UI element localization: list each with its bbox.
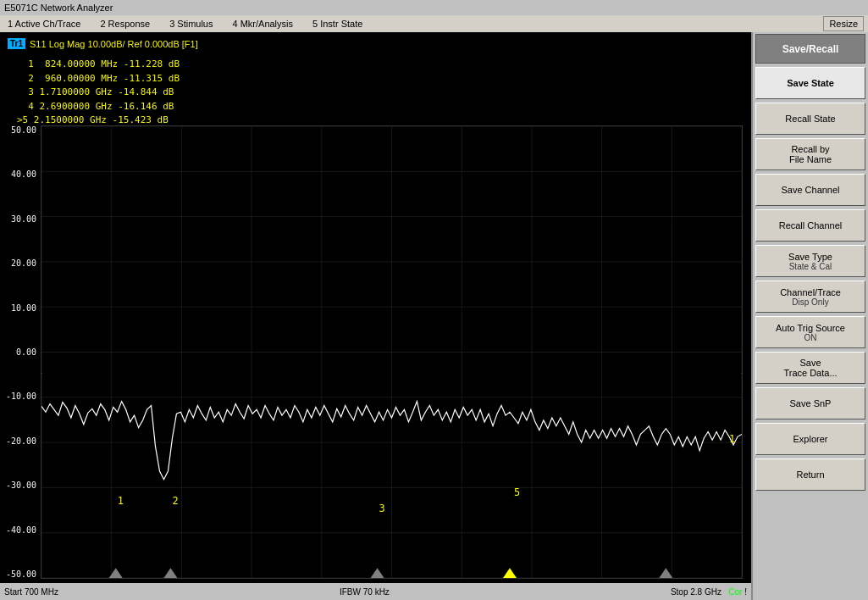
y-label-n10: -10.00	[6, 392, 36, 401]
y-label-40: 40.00	[11, 169, 36, 179]
status-stop: Stop 2.8 GHz Cor !	[671, 587, 747, 597]
menu-stimulus[interactable]: 3 Stimulus	[166, 18, 216, 30]
marker-tri-4	[659, 568, 672, 578]
save-trace-data-button[interactable]: SaveTrace Data...	[755, 352, 865, 384]
marker5-label: 5	[514, 486, 520, 498]
menu-active-ch[interactable]: 1 Active Ch/Trace	[4, 18, 84, 30]
marker-row-3: 3 1.7100000 GHz -14.844 dB	[17, 86, 180, 100]
marker-row-1: 1 824.00000 MHz -11.228 dB	[17, 58, 180, 72]
y-label-n40: -40.00	[6, 525, 36, 535]
save-state-button[interactable]: Save State	[755, 67, 865, 99]
auto-trig-source-button[interactable]: Auto Trig Source ON	[755, 316, 865, 348]
channel-trace-disp-button[interactable]: Channel/Trace Disp Only	[755, 281, 865, 313]
marker2-label: 2	[172, 495, 178, 507]
marker-row-4: 4 2.6900000 GHz -16.146 dB	[17, 100, 180, 114]
title-bar: E5071C Network Analyzer	[0, 0, 868, 15]
y-label-30: 30.00	[11, 214, 36, 224]
y-label-n20: -20.00	[6, 436, 36, 446]
trace-badge: Tr1	[8, 38, 25, 49]
status-excl: !	[744, 587, 747, 597]
marker3-label: 3	[379, 503, 385, 515]
graph-container: ► ◄	[41, 125, 743, 579]
recall-channel-button[interactable]: Recall Channel	[755, 209, 865, 242]
menu-bar: 1 Active Ch/Trace 2 Response 3 Stimulus …	[0, 15, 868, 32]
zero-ref-arrow-right: ◄	[738, 365, 743, 381]
app-title: E5071C Network Analyzer	[4, 3, 113, 13]
marker1-label: 1	[118, 495, 124, 507]
resize-button[interactable]: Resize	[823, 16, 864, 31]
save-channel-button[interactable]: Save Channel	[755, 174, 865, 206]
y-axis: 50.00 40.00 30.00 20.00 10.00 0.00 -10.0…	[0, 125, 38, 579]
menu-instr-state[interactable]: 5 Instr State	[309, 18, 366, 30]
save-recall-header[interactable]: Save/Recall	[755, 34, 865, 64]
marker-tri-3	[371, 568, 384, 578]
y-label-50: 50.00	[11, 125, 36, 135]
main-layout: Tr1 S11 Log Mag 10.00dB/ Ref 0.000dB [F1…	[0, 32, 868, 600]
status-bar: Start 700 MHz IFBW 70 kHz Stop 2.8 GHz C…	[0, 583, 751, 600]
save-snp-button[interactable]: Save SnP	[755, 387, 865, 419]
status-start: Start 700 MHz	[4, 587, 58, 597]
recall-by-file-name-button[interactable]: Recall byFile Name	[755, 138, 865, 170]
menu-mkr-analysis[interactable]: 4 Mkr/Analysis	[229, 18, 296, 30]
y-label-10: 10.00	[11, 303, 36, 313]
status-ifbw: IFBW 70 kHz	[340, 587, 390, 597]
y-label-n30: -30.00	[6, 481, 36, 490]
chart-svg: 1 2 3 5 1	[41, 126, 742, 578]
marker-tri-5	[503, 568, 517, 578]
y-label-20: 20.00	[11, 258, 36, 268]
y-label-n50: -50.00	[6, 569, 36, 579]
marker-table: 1 824.00000 MHz -11.228 dB 2 960.00000 M…	[17, 58, 180, 128]
zero-ref-arrow-left: ►	[41, 365, 45, 381]
marker-tri-1	[109, 568, 123, 578]
trace-header: Tr1 S11 Log Mag 10.00dB/ Ref 0.000dB [F1…	[4, 36, 747, 51]
explorer-button[interactable]: Explorer	[755, 423, 865, 455]
right-panel: Save/Recall Save State Recall State Reca…	[751, 32, 868, 600]
menu-response[interactable]: 2 Response	[97, 18, 153, 30]
y-label-0: 0.00	[16, 347, 36, 357]
trace-info: S11 Log Mag 10.00dB/ Ref 0.000dB [F1]	[30, 39, 198, 49]
marker-row-2: 2 960.00000 MHz -11.315 dB	[17, 72, 180, 86]
save-type-state-button[interactable]: Save Type State & Cal	[755, 245, 865, 277]
marker1-right: 1	[729, 433, 735, 445]
return-button[interactable]: Return	[755, 458, 865, 491]
chart-area: Tr1 S11 Log Mag 10.00dB/ Ref 0.000dB [F1…	[0, 32, 751, 600]
status-cor: Cor	[728, 587, 742, 597]
marker-tri-2	[163, 568, 177, 578]
recall-state-button[interactable]: Recall State	[755, 103, 865, 135]
